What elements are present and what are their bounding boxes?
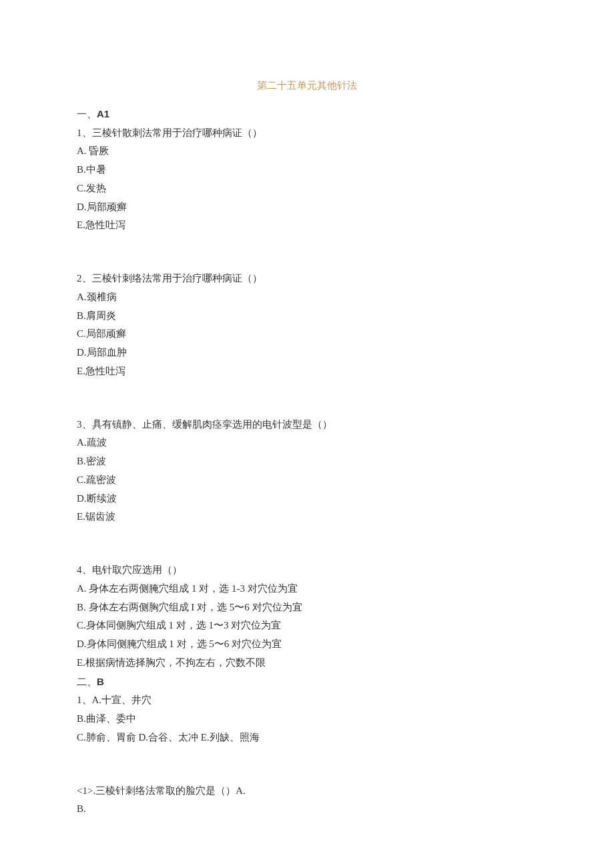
option-d: D.局部血肿 [77,344,537,362]
shared-options: 1、A.十宣、井穴 B.曲泽、委中 C.肺俞、胃俞 D.合谷、太冲 E.列缺、照… [77,691,537,747]
option-b: B.肩周炎 [77,307,537,326]
question-3: 3、具有镇静、止痛、缓解肌肉痉挛选用的电针波型是（） A.疏波 B.密波 C.疏… [77,416,537,527]
option-e: E.急性吐泻 [77,216,537,235]
question-stem: 4、电针取穴应选用（） [77,561,537,580]
option-c: C.发热 [77,179,537,198]
question-stem: 1、三棱针散刺法常用于治疗哪种病证（） [77,124,537,143]
option-e: E.锯齿波 [77,508,537,526]
option-b: B.中暑 [77,161,537,179]
option-c: C.疏密波 [77,471,537,490]
option-b: B.密波 [77,452,537,471]
page-title: 第二十五单元其他针法 [77,77,537,95]
question-stem: 3、具有镇静、止痛、缓解肌肉痉挛选用的电针波型是（） [77,416,537,434]
shared-option-line-2: B.曲泽、委中 [77,710,537,729]
option-d: D.身体同侧腌穴组成 1 对，选 5〜6 对穴位为宜 [77,635,537,654]
question-4: 4、电针取穴应选用（） A. 身体左右两侧腌穴组成 1 对，选 1-3 对穴位为… [77,561,537,673]
section-b-header: 二、B [77,673,537,692]
shared-option-line-1: 1、A.十宣、井穴 [77,691,537,710]
sub-question-1: <1>.三棱针刺络法常取的脸穴是（）A. B. [77,782,537,819]
option-e: E.根据病情选择胸穴，不拘左右，穴数不限 [77,654,537,673]
option-c: C.身体同侧胸穴组成 1 对，选 1〜3 对穴位为宜 [77,616,537,635]
sub-question-line-1: <1>.三棱针刺络法常取的脸穴是（）A. [77,782,537,801]
shared-option-line-3: C.肺俞、胃俞 D.合谷、太冲 E.列缺、照海 [77,729,537,747]
exam-page: 第二十五单元其他针法 一、A1 1、三棱针散刺法常用于治疗哪种病证（） A. 昏… [0,0,614,859]
option-a: A. 昏厥 [77,142,537,161]
option-d: D.断续波 [77,490,537,508]
question-stem: 2、三棱针刺络法常用于治疗哪种病证（） [77,270,537,288]
section-a-header: 一、A1 [77,105,537,124]
sub-question-line-2: B. [77,800,537,819]
question-1: 1、三棱针散刺法常用于治疗哪种病证（） A. 昏厥 B.中暑 C.发热 D.局部… [77,124,537,236]
option-e: E.急性吐泻 [77,362,537,381]
section-b-prefix: 二、 [77,677,97,687]
option-b: B. 身体左右两侧胸穴组成 I 对，选 5〜6 对穴位为宜 [77,598,537,617]
section-b-label: B [97,676,104,687]
section-b: 二、B 1、A.十宣、井穴 B.曲泽、委中 C.肺俞、胃俞 D.合谷、太冲 E.… [77,673,537,819]
option-c: C.局部顽癣 [77,325,537,344]
option-a: A. 身体左右两侧腌穴组成 1 对，选 1-3 对穴位为宜 [77,580,537,598]
section-a-label: A1 [97,108,109,119]
option-a: A.疏波 [77,434,537,452]
question-2: 2、三棱针刺络法常用于治疗哪种病证（） A.颈椎病 B.肩周炎 C.局部顽癣 D… [77,270,537,381]
section-a: 一、A1 1、三棱针散刺法常用于治疗哪种病证（） A. 昏厥 B.中暑 C.发热… [77,105,537,673]
option-d: D.局部顽癣 [77,198,537,217]
section-a-prefix: 一、 [77,109,97,119]
option-a: A.颈椎病 [77,288,537,307]
